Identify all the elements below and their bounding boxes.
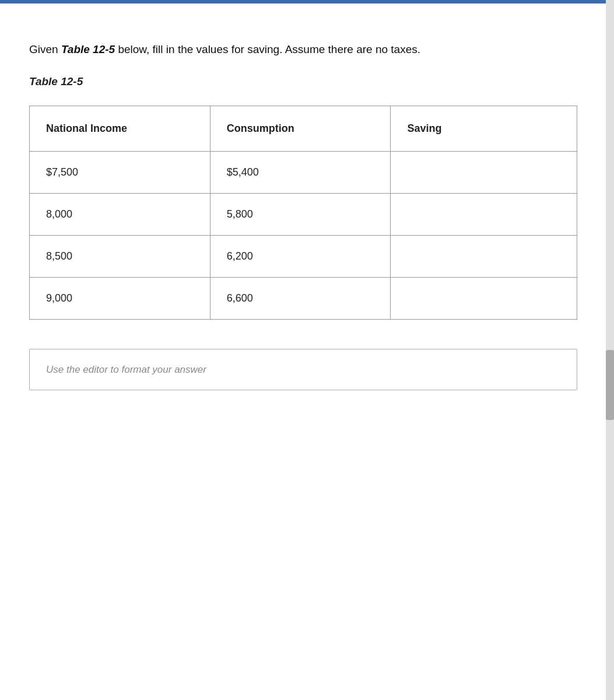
cell-national-income: $7,500 xyxy=(30,152,210,194)
table-row: 8,5006,200 xyxy=(30,236,577,278)
intro-text-before: Given xyxy=(29,43,61,55)
cell-saving[interactable] xyxy=(391,152,577,194)
cell-saving[interactable] xyxy=(391,278,577,320)
cell-national-income: 8,000 xyxy=(30,194,210,236)
cell-consumption: 6,600 xyxy=(210,278,391,320)
table-row: 8,0005,800 xyxy=(30,194,577,236)
cell-consumption: $5,400 xyxy=(210,152,391,194)
table-title: Table 12-5 xyxy=(29,75,585,88)
cell-saving[interactable] xyxy=(391,236,577,278)
cell-consumption: 5,800 xyxy=(210,194,391,236)
cell-national-income: 8,500 xyxy=(30,236,210,278)
intro-paragraph: Given Table 12-5 below, fill in the valu… xyxy=(29,41,554,58)
table-row: $7,500$5,400 xyxy=(30,152,577,194)
table-header-row: National Income Consumption Saving xyxy=(30,106,577,152)
answer-editor[interactable]: Use the editor to format your answer xyxy=(29,349,577,390)
table-row: 9,0006,600 xyxy=(30,278,577,320)
editor-placeholder: Use the editor to format your answer xyxy=(46,364,206,375)
scrollbar-thumb[interactable] xyxy=(606,350,614,420)
data-table: National Income Consumption Saving $7,50… xyxy=(29,106,577,320)
table-reference: Table 12-5 xyxy=(61,43,115,55)
scrollbar-track[interactable] xyxy=(606,0,614,700)
cell-consumption: 6,200 xyxy=(210,236,391,278)
cell-saving[interactable] xyxy=(391,194,577,236)
col-header-saving: Saving xyxy=(391,106,577,152)
intro-text-after: below, fill in the values for saving. As… xyxy=(115,43,420,55)
col-header-consumption: Consumption xyxy=(210,106,391,152)
cell-national-income: 9,000 xyxy=(30,278,210,320)
top-bar xyxy=(0,0,614,4)
col-header-national-income: National Income xyxy=(30,106,210,152)
